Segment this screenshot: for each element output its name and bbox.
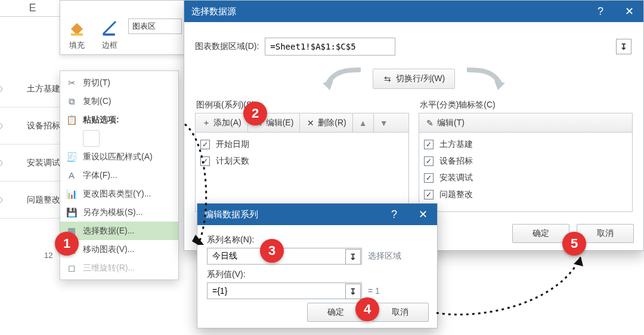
checkbox[interactable] <box>424 140 434 149</box>
series-toolbar: ＋添加(A) ✎编辑(E) ✕删除(R) ▲ ▼ <box>195 113 409 132</box>
border-button[interactable]: 边框 <box>93 1 126 54</box>
category-toolbar: ✎编辑(T) <box>419 113 633 132</box>
ctx-font[interactable]: A 字体(F)... <box>60 166 178 185</box>
category-column: 水平(分类)轴标签(C) ✎编辑(T) 土方基建 设备招标 安装调试 问题整改 <box>419 100 633 212</box>
step-badge-4: 4 <box>355 297 379 321</box>
list-item[interactable]: 开始日期 <box>200 136 404 153</box>
clipboard-icon: 📋 <box>66 115 77 125</box>
sheet-row[interactable]: 安装调试 <box>0 145 66 182</box>
remove-icon: ✕ <box>306 118 315 128</box>
pen-icon <box>101 19 119 36</box>
border-label: 边框 <box>102 40 117 51</box>
ctx-reset-style[interactable]: 🧾 重设以匹配样式(A) <box>60 147 178 166</box>
step-badge-2: 2 <box>243 102 267 125</box>
step-badge-3: 3 <box>260 239 284 263</box>
chart-type-icon: 📊 <box>66 189 77 199</box>
help-button[interactable]: ? <box>586 1 615 22</box>
series-move-down-button[interactable]: ▼ <box>374 113 394 132</box>
chart-area-label: 图表区 <box>132 21 156 32</box>
checkbox[interactable] <box>424 156 434 166</box>
close-button[interactable]: ✕ <box>615 1 643 22</box>
ctx-cut[interactable]: ✂ 剪切(T) <box>60 73 178 92</box>
curve-left-icon <box>319 66 362 91</box>
ctx-rotate-3d: ◻ 三维旋转(R)... <box>60 259 178 277</box>
edit-icon: ✎ <box>425 118 435 128</box>
step-badge-5: 5 <box>562 232 586 256</box>
copy-icon: ⧉ <box>66 96 77 107</box>
series-remove-button[interactable]: ✕删除(R) <box>300 113 352 132</box>
ribbon-fragment: 填充 边框 图表区 <box>60 0 185 55</box>
ctx-paste-options: 📋 粘贴选项: <box>60 110 178 129</box>
annotation-arrow <box>433 251 588 322</box>
fill-label: 填充 <box>69 40 85 51</box>
series-value-input[interactable] <box>207 282 362 299</box>
series-name-hint: 选择区域 <box>368 251 401 262</box>
es-cancel-button[interactable]: 取消 <box>371 303 429 322</box>
range-collapse-button[interactable] <box>345 249 361 265</box>
paste-option-icon <box>83 130 100 147</box>
series-list[interactable]: 开始日期 计划天数 <box>195 132 409 212</box>
save-icon: 💾 <box>66 207 77 218</box>
series-value-hint: = 1 <box>368 286 380 296</box>
list-item[interactable]: 安装调试 <box>424 170 627 186</box>
reset-icon: 🧾 <box>66 152 77 162</box>
list-item[interactable]: 土方基建 <box>424 136 627 153</box>
ctx-paste-blank[interactable] <box>60 129 178 147</box>
ctx-save-template[interactable]: 💾 另存为模板(S)... <box>60 203 178 222</box>
chevron-up-icon: ▲ <box>359 118 367 128</box>
category-column-title: 水平(分类)轴标签(C) <box>419 100 633 110</box>
fill-button[interactable]: 填充 <box>60 1 93 54</box>
list-item[interactable]: 问题整改 <box>424 186 627 203</box>
category-edit-button[interactable]: ✎编辑(T) <box>419 113 470 132</box>
checkbox[interactable] <box>424 190 434 199</box>
scissors-icon: ✂ <box>66 78 77 88</box>
step-badge-1: 1 <box>55 232 79 256</box>
sheet-row[interactable]: 土方基建 <box>0 70 66 107</box>
sheet-row[interactable]: 问题整改 <box>0 182 66 219</box>
series-name-label: 系列名称(N): <box>207 235 428 245</box>
series-column: 图例项(系列)(S) ＋添加(A) ✎编辑(E) ✕删除(R) ▲ ▼ 开始日期… <box>195 100 409 212</box>
spreadsheet-strip: E 土方基建 设备招标 安装调试 问题整改 <box>0 0 66 335</box>
checkbox[interactable] <box>424 173 434 183</box>
dialog-title-text: 编辑数据系列 <box>205 209 258 220</box>
checkbox[interactable] <box>200 156 210 166</box>
sds-ok-button[interactable]: 确定 <box>512 224 569 243</box>
range-collapse-button[interactable] <box>616 39 631 54</box>
help-button[interactable]: ? <box>380 204 408 225</box>
swap-icon: ⇆ <box>383 74 392 84</box>
font-icon: A <box>66 170 77 181</box>
series-value-label: 系列值(V): <box>207 269 428 280</box>
dialog-title-text: 选择数据源 <box>191 6 236 17</box>
chart-range-input[interactable] <box>265 38 395 56</box>
svg-rect-1 <box>103 33 114 36</box>
list-item[interactable]: 设备招标 <box>424 153 627 170</box>
dialog-edit-series: 编辑数据系列 ? ✕ 系列名称(N): 选择区域 系列值(V): = 1 确定 … <box>197 203 438 328</box>
chart-area-dropdown[interactable]: 图表区 <box>128 19 182 34</box>
ctx-copy[interactable]: ⧉ 复制(C) <box>60 92 178 110</box>
close-button[interactable]: ✕ <box>408 204 437 225</box>
category-list[interactable]: 土方基建 设备招标 安装调试 问题整改 <box>419 132 633 212</box>
ctx-change-chart-type[interactable]: 📊 更改图表类型(Y)... <box>60 185 178 203</box>
range-label: 图表数据区域(D): <box>195 41 259 52</box>
bucket-icon <box>68 19 86 36</box>
cube-icon: ◻ <box>66 263 77 273</box>
checkbox[interactable] <box>200 140 210 149</box>
add-icon: ＋ <box>202 118 211 128</box>
switch-row-col-button[interactable]: ⇆ 切换行/列(W) <box>373 69 455 89</box>
switch-row-col-label: 切换行/列(W) <box>396 73 445 84</box>
curve-right-icon <box>466 66 509 91</box>
list-item[interactable]: 计划天数 <box>200 153 404 170</box>
series-name-input[interactable] <box>207 248 362 265</box>
series-add-button[interactable]: ＋添加(A) <box>196 113 248 132</box>
ctx-select-data[interactable]: ▦ 选择数据(E)... <box>60 222 178 240</box>
series-move-up-button[interactable]: ▲ <box>353 113 374 132</box>
column-header[interactable]: E <box>0 0 66 17</box>
series-column-title: 图例项(系列)(S) <box>195 100 409 110</box>
range-collapse-button[interactable] <box>345 284 361 299</box>
chevron-down-icon: ▼ <box>380 118 388 128</box>
svg-rect-0 <box>71 33 83 36</box>
dialog-titlebar[interactable]: 编辑数据系列 ? ✕ <box>197 204 437 225</box>
row-number: 12 <box>44 251 52 260</box>
dialog-titlebar[interactable]: 选择数据源 ? ✕ <box>184 1 643 22</box>
sheet-row[interactable]: 设备招标 <box>0 107 66 145</box>
